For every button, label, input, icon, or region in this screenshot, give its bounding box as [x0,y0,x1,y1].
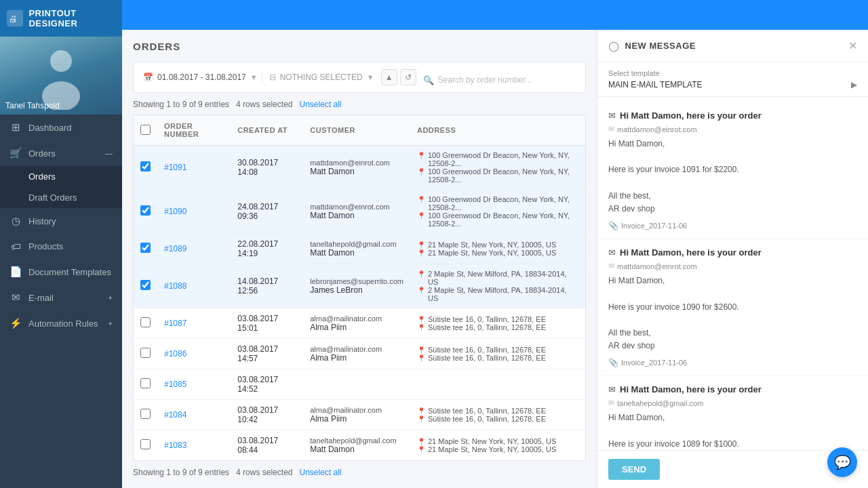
order-number-cell[interactable]: #1087 [157,308,231,339]
created-at-cell: 03.08.2017 08:44 [231,430,303,461]
location-icon-2: 📍 [417,287,425,294]
row-checkbox[interactable] [140,243,151,253]
address-text-1: 100 Greenwood Dr Beacon, New York, NY, 1… [428,195,578,211]
sidebar-item-orders-sub[interactable]: Orders [0,166,122,187]
order-number[interactable]: #1087 [164,319,186,328]
row-checkbox[interactable] [140,280,151,290]
order-number-cell[interactable]: #1085 [157,369,231,400]
products-icon: 🏷 [9,241,22,252]
row-checkbox[interactable] [140,161,151,171]
add-automation-icon[interactable]: + [108,319,113,327]
order-number[interactable]: #1088 [164,281,186,291]
customer-email: taneltahepold@gmail.com [310,240,403,248]
sidebar-item-email[interactable]: ✉ E-mail + [0,285,122,310]
order-number-cell[interactable]: #1091 [157,146,231,190]
row-checkbox-cell[interactable] [134,369,158,400]
sidebar-nav: ⊞ Dashboard 🛒 Orders — Orders Draft Orde… [0,115,122,488]
location-icon: 📍 [417,316,425,323]
sidebar-item-products[interactable]: 🏷 Products [0,234,122,259]
template-section: Select template MAIN E-MAIL TEMPLATE ▶ [597,62,868,97]
chat-bubble-button[interactable]: 💬 [827,447,857,477]
message-body-line-4: AR dev shop [608,203,857,216]
col-created-at: CREATED AT [231,115,303,146]
search-input[interactable] [438,75,574,85]
sidebar-item-label: Document Templates [28,267,113,277]
add-email-icon[interactable]: + [108,293,113,302]
address-line-1: 📍100 Greenwood Dr Beacon, New York, NY, … [417,195,578,211]
sidebar-item-orders[interactable]: 🛒 Orders — [0,140,122,166]
sidebar-item-automation-rules[interactable]: ⚡ Automation Rules + [0,310,122,336]
row-checkbox-cell[interactable] [134,339,158,369]
customer-cell: lebronjames@superrito.comJames LeBron [303,264,410,308]
customer-name: Matt Damon [310,167,403,176]
row-checkbox[interactable] [140,205,151,216]
select-all-header[interactable] [134,115,158,146]
unselect-all-link-bottom[interactable]: Unselect all [300,468,342,477]
apply-filter-button[interactable]: ▲ [381,69,397,85]
table-row: #109024.08.2017 09:36mattdamon@einrot.co… [134,190,586,234]
email-address-icon: ✉ [608,399,614,407]
sidebar-item-draft-orders[interactable]: Draft Orders [0,187,122,208]
address-cell: 📍21 Maple St, New York, NY, 10005, US 📍2… [410,234,586,264]
row-checkbox-cell[interactable] [134,430,158,461]
address-line-1: 📍2 Maple St, New Milford, PA, 18834-2014… [417,270,578,286]
order-number-cell[interactable]: #1083 [157,430,231,461]
row-checkbox-cell[interactable] [134,234,158,264]
order-number[interactable]: #1085 [164,380,186,389]
order-number-cell[interactable]: #1090 [157,190,231,234]
order-number[interactable]: #1084 [164,410,186,420]
order-number-cell[interactable]: #1088 [157,264,231,308]
address-line-1: 📍21 Maple St, New York, NY, 10005, US [417,437,578,445]
order-number-cell[interactable]: #1084 [157,400,231,430]
row-checkbox[interactable] [140,439,151,449]
location-icon: 📍 [417,152,425,159]
order-number-cell[interactable]: #1089 [157,234,231,264]
order-number[interactable]: #1090 [164,207,186,216]
address-line-2: 📍Sütiste tee 16, 0, Tallinn, 12678, EE [417,354,578,362]
close-message-panel-button[interactable]: ✕ [848,39,857,52]
sidebar-item-history[interactable]: ◷ History [0,208,122,234]
row-checkbox-cell[interactable] [134,264,158,308]
created-at-cell: 24.08.2017 09:36 [231,190,303,234]
send-button[interactable]: SEND [608,459,660,480]
order-number[interactable]: #1083 [164,441,186,450]
doc-templates-icon: 📄 [9,266,22,278]
table-row: #108703.08.2017 15:01alma@mailinator.com… [134,308,586,339]
unselect-all-link[interactable]: Unselect all [300,100,342,109]
status-filter[interactable]: ⊟ NOTHING SELECTED ▼ [262,73,374,82]
draft-orders-label: Draft Orders [28,192,77,203]
row-checkbox[interactable] [140,348,151,358]
message-item-header: ✉ Hi Matt Damon, here is your order [608,247,857,258]
row-checkbox[interactable] [140,317,151,327]
customer-email: mattdamon@einrot.com [310,203,403,211]
row-checkbox-cell[interactable] [134,146,158,190]
table-row: #109130.08.2017 14:08mattdamon@einrot.co… [134,146,586,190]
location-icon-2: 📍 [417,354,425,362]
search-bar: 🔍 [423,75,574,85]
message-body-line-2: Here is your invoice 1090 for $2600. [608,301,857,314]
address-line-2: 📍Sütiste tee 16, 0, Tallinn, 12678, EE [417,323,578,331]
row-checkbox-cell[interactable] [134,190,158,234]
created-at-cell: 14.08.2017 12:56 [231,264,303,308]
row-checkbox-cell[interactable] [134,400,158,430]
filter-icon: ⊟ [269,73,276,82]
order-number[interactable]: #1086 [164,349,186,359]
sidebar-item-document-templates[interactable]: 📄 Document Templates [0,259,122,285]
order-number[interactable]: #1091 [164,163,186,172]
sidebar-item-label: History [28,216,113,226]
row-checkbox-cell[interactable] [134,308,158,339]
search-icon: 🔍 [423,75,434,85]
address-line-1: 📍Sütiste tee 16, 0, Tallinn, 12678, EE [417,346,578,354]
select-all-checkbox[interactable] [140,125,151,135]
order-number[interactable]: #1089 [164,244,186,253]
row-checkbox[interactable] [140,409,151,419]
template-select[interactable]: MAIN E-MAIL TEMPLATE ▶ [608,80,857,89]
location-icon-2: 📍 [417,249,425,257]
refresh-button[interactable]: ↺ [400,69,416,85]
sidebar-item-dashboard[interactable]: ⊞ Dashboard [0,115,122,140]
order-number-cell[interactable]: #1086 [157,339,231,369]
address-text-1: Sütiste tee 16, 0, Tallinn, 12678, EE [428,346,546,354]
email-address-icon: ✉ [608,262,614,270]
row-checkbox[interactable] [140,378,151,388]
template-select-arrow: ▶ [851,80,857,89]
